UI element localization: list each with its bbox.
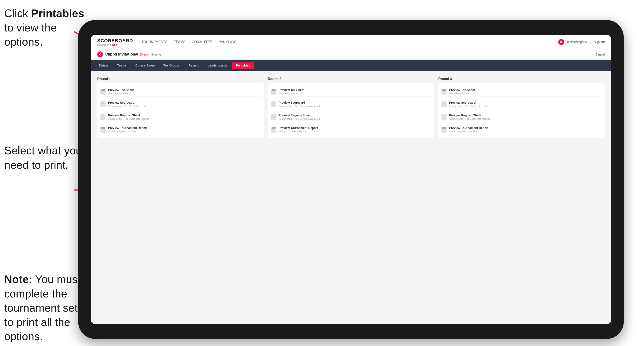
- tab-course-setup[interactable]: Course Setup: [132, 62, 158, 69]
- r3-tournament-report-text: Preview Tournament Report Round Completi…: [449, 126, 488, 133]
- r3-raguzzi-icon: [442, 114, 446, 120]
- sign-out-link[interactable]: Sign out: [594, 40, 605, 44]
- round-3-tournament-report[interactable]: Preview Tournament Report Round Completi…: [442, 125, 602, 135]
- tee-sheet-icon: [100, 89, 106, 95]
- r2-tournament-report-sublabel: Round Completion required: [279, 130, 318, 133]
- tournament-report-sublabel: Round Completion required: [108, 130, 147, 133]
- separator: |: [590, 40, 591, 44]
- top-nav-right: B blair@clippd.io | Sign out: [558, 39, 605, 45]
- raguzzi-text: Preview Raguzzi Sheet Course setup + Tee…: [108, 114, 149, 120]
- r2-scorecard-sublabel: Course setup + Tee Sheet data required: [279, 105, 320, 107]
- round-1-title: Round 1: [97, 77, 264, 81]
- round-3-title: Round 3: [438, 77, 605, 81]
- tournament-type: (Men): [140, 53, 148, 56]
- tournament-header: C Clippd Invitational (Men) Hosting Canc…: [91, 49, 611, 60]
- r2-scorecard-text: Preview Scorecard Course setup + Tee She…: [279, 101, 320, 107]
- r3-scorecard-label: Preview Scorecard: [449, 101, 490, 104]
- r2-tee-sheet-label: Preview Tee Sheet: [279, 88, 304, 92]
- r3-tee-sheet-text: Preview Tee Sheet Tee Sheet required: [449, 88, 475, 95]
- rounds-grid: Round 1 Preview Tee Sheet Tee Sheet requ…: [97, 77, 605, 138]
- instruction-mid: Select what you need to print.: [4, 144, 84, 172]
- main-content: Round 1 Preview Tee Sheet Tee Sheet requ…: [91, 71, 611, 324]
- r2-tee-sheet-icon: [271, 89, 276, 95]
- round-3-tee-sheet[interactable]: Preview Tee Sheet Tee Sheet required: [442, 87, 602, 97]
- round-1-raguzzi[interactable]: Preview Raguzzi Sheet Course setup + Tee…: [100, 112, 260, 122]
- tee-sheet-label: Preview Tee Sheet: [108, 88, 134, 92]
- r3-tournament-report-sublabel: Round Completion required: [449, 130, 488, 133]
- r2-tee-sheet-text: Preview Tee Sheet Tee Sheet required: [279, 88, 304, 95]
- r3-tee-sheet-label: Preview Tee Sheet: [449, 88, 475, 92]
- top-nav: SCOREBOARD Powered by clippd TOURNAMENTS…: [91, 35, 611, 49]
- tab-leaderboards[interactable]: Leaderboards: [204, 62, 231, 69]
- nav-teams[interactable]: TEAMS: [174, 39, 186, 45]
- round-1-card: Preview Tee Sheet Tee Sheet required Pre…: [97, 83, 264, 138]
- brand-name: clippd: [110, 43, 117, 46]
- r2-tournament-report-label: Preview Tournament Report: [279, 126, 318, 130]
- round-2-raguzzi[interactable]: Preview Raguzzi Sheet Course setup + Tee…: [271, 112, 431, 122]
- round-3-card: Preview Tee Sheet Tee Sheet required Pre…: [438, 83, 605, 138]
- r3-raguzzi-text: Preview Raguzzi Sheet Course setup + Tee…: [449, 114, 490, 120]
- tab-bar: Details Teams Course Setup Tee Groups Re…: [91, 60, 611, 71]
- tee-sheet-text: Preview Tee Sheet Tee Sheet required: [108, 88, 134, 95]
- tab-tee-groups[interactable]: Tee Groups: [160, 62, 184, 69]
- round-2-card: Preview Tee Sheet Tee Sheet required Pre…: [268, 83, 434, 138]
- raguzzi-icon: [100, 114, 106, 120]
- nav-committee[interactable]: COMMITTEE: [192, 39, 212, 45]
- r2-scorecard-icon: [271, 101, 276, 107]
- round-2-title: Round 2: [268, 77, 434, 81]
- tournament-report-icon: [100, 127, 106, 133]
- round-2-tee-sheet[interactable]: Preview Tee Sheet Tee Sheet required: [271, 87, 431, 97]
- cancel-button[interactable]: Cancel: [595, 53, 605, 56]
- r3-tee-sheet-icon: [442, 89, 446, 95]
- tournament-report-label: Preview Tournament Report: [108, 126, 147, 130]
- r2-raguzzi-text: Preview Raguzzi Sheet Course setup + Tee…: [279, 114, 320, 120]
- tablet-screen: SCOREBOARD Powered by clippd TOURNAMENTS…: [91, 35, 611, 324]
- tournament-report-text: Preview Tournament Report Round Completi…: [108, 126, 147, 133]
- user-email: blair@clippd.io: [567, 40, 587, 44]
- round-1-tournament-report[interactable]: Preview Tournament Report Round Completi…: [100, 125, 260, 135]
- r2-tee-sheet-sublabel: Tee Sheet required: [279, 92, 304, 95]
- r2-scorecard-label: Preview Scorecard: [279, 101, 320, 104]
- printables-bold: Printables: [31, 7, 84, 19]
- tab-details[interactable]: Details: [95, 62, 112, 69]
- r3-raguzzi-sublabel: Course setup + Tee Sheet data required: [449, 118, 490, 120]
- round-2-scorecard[interactable]: Preview Scorecard Course setup + Tee She…: [271, 99, 431, 109]
- raguzzi-sublabel: Course setup + Tee Sheet data required: [108, 118, 149, 120]
- tournament-status: Hosting: [151, 53, 161, 56]
- scorecard-text: Preview Scorecard Course setup + Tee She…: [108, 101, 149, 107]
- tournament-logo-letter: C: [99, 53, 101, 56]
- r2-raguzzi-icon: [271, 114, 276, 120]
- round-3-raguzzi[interactable]: Preview Raguzzi Sheet Course setup + Tee…: [442, 112, 602, 122]
- scoreboard-title: SCOREBOARD: [97, 38, 133, 43]
- round-1-tee-sheet[interactable]: Preview Tee Sheet Tee Sheet required: [100, 87, 260, 97]
- r3-scorecard-text: Preview Scorecard Course setup + Tee She…: [449, 101, 490, 107]
- round-2-section: Round 2 Preview Tee Sheet Tee Sheet requ…: [268, 77, 434, 138]
- r2-tournament-report-icon: [271, 127, 276, 133]
- round-1-scorecard[interactable]: Preview Scorecard Course setup + Tee She…: [100, 99, 260, 109]
- top-nav-links: TOURNAMENTS TEAMS COMMITTEE RANKINGS: [142, 39, 558, 45]
- tournament-name: Clippd Invitational: [105, 52, 138, 57]
- tab-results[interactable]: Results: [184, 62, 203, 69]
- r3-scorecard-sublabel: Course setup + Tee Sheet data required: [449, 105, 490, 107]
- tee-sheet-sublabel: Tee Sheet required: [108, 92, 134, 95]
- scorecard-sublabel: Course setup + Tee Sheet data required: [108, 105, 149, 107]
- user-avatar: B: [558, 39, 564, 45]
- nav-tournaments[interactable]: TOURNAMENTS: [142, 39, 168, 45]
- scoreboard-logo: SCOREBOARD Powered by clippd: [97, 38, 133, 46]
- nav-rankings[interactable]: RANKINGS: [218, 39, 236, 45]
- round-2-tournament-report[interactable]: Preview Tournament Report Round Completi…: [271, 125, 431, 135]
- r2-raguzzi-label: Preview Raguzzi Sheet: [279, 114, 320, 117]
- r3-tournament-report-label: Preview Tournament Report: [449, 126, 488, 130]
- powered-by: Powered by clippd: [97, 43, 133, 46]
- r2-raguzzi-sublabel: Course setup + Tee Sheet data required: [279, 118, 320, 120]
- tab-teams[interactable]: Teams: [114, 62, 130, 69]
- scorecard-label: Preview Scorecard: [108, 101, 149, 104]
- raguzzi-label: Preview Raguzzi Sheet: [108, 114, 149, 117]
- tab-printables[interactable]: Printables: [232, 62, 254, 69]
- r3-scorecard-icon: [442, 101, 446, 107]
- note-bold: Note:: [4, 273, 32, 285]
- r2-tournament-report-text: Preview Tournament Report Round Completi…: [279, 126, 318, 133]
- r3-tournament-report-icon: [442, 127, 446, 133]
- round-3-scorecard[interactable]: Preview Scorecard Course setup + Tee She…: [442, 99, 602, 109]
- round-1-section: Round 1 Preview Tee Sheet Tee Sheet requ…: [97, 77, 264, 138]
